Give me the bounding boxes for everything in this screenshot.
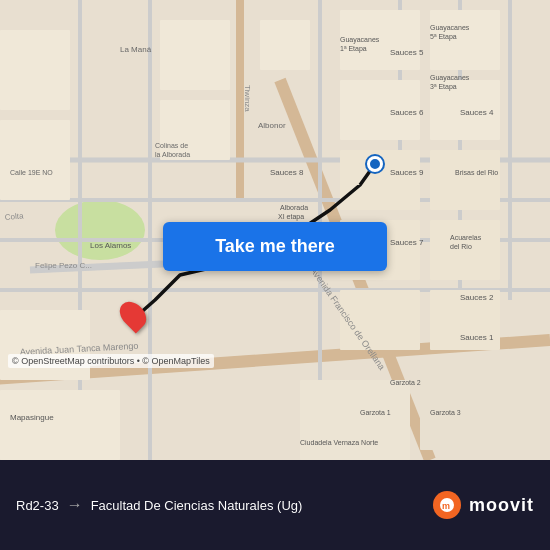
svg-text:Sauces 5: Sauces 5 bbox=[390, 48, 424, 57]
route-to: Facultad De Ciencias Naturales (Ug) bbox=[91, 498, 303, 513]
svg-text:m: m bbox=[442, 501, 450, 511]
svg-text:La Maná: La Maná bbox=[120, 45, 152, 54]
svg-text:Alborada: Alborada bbox=[280, 204, 308, 211]
svg-text:Albonor: Albonor bbox=[258, 121, 286, 130]
svg-rect-17 bbox=[430, 10, 500, 70]
svg-rect-34 bbox=[300, 380, 410, 460]
svg-text:la Alborada: la Alborada bbox=[155, 151, 190, 158]
svg-text:Garzota 2: Garzota 2 bbox=[390, 379, 421, 386]
osm-attribution: © OpenStreetMap contributors • © OpenMap… bbox=[8, 354, 214, 368]
svg-text:Guayacanes: Guayacanes bbox=[340, 36, 380, 44]
svg-rect-32 bbox=[260, 20, 310, 70]
svg-text:Los Alamos: Los Alamos bbox=[90, 241, 131, 250]
moovit-icon: m bbox=[433, 491, 461, 519]
svg-text:Garzota 1: Garzota 1 bbox=[360, 409, 391, 416]
svg-text:XI etapa: XI etapa bbox=[278, 213, 304, 221]
svg-text:Sauces 6: Sauces 6 bbox=[390, 108, 424, 117]
origin-marker bbox=[367, 156, 383, 172]
map-view: La Maná Calle 19E NO Colinas de la Albor… bbox=[0, 0, 550, 460]
svg-text:3ª Etapa: 3ª Etapa bbox=[430, 83, 457, 91]
svg-rect-27 bbox=[0, 120, 70, 200]
svg-text:Acuarelas: Acuarelas bbox=[450, 234, 482, 241]
svg-text:Sauces 1: Sauces 1 bbox=[460, 333, 494, 342]
svg-text:Calle 19E NO: Calle 19E NO bbox=[10, 169, 53, 176]
svg-text:Colinas de: Colinas de bbox=[155, 142, 188, 149]
route-info: Rd2-33 → Facultad De Ciencias Naturales … bbox=[16, 496, 433, 514]
svg-rect-23 bbox=[430, 220, 500, 280]
svg-rect-33 bbox=[420, 360, 540, 450]
svg-rect-30 bbox=[160, 20, 230, 90]
svg-text:1ª Etapa: 1ª Etapa bbox=[340, 45, 367, 53]
svg-rect-29 bbox=[0, 390, 120, 460]
svg-text:Garzota 3: Garzota 3 bbox=[430, 409, 461, 416]
svg-text:Sauces 4: Sauces 4 bbox=[460, 108, 494, 117]
svg-text:Ciudadela Vernaza Norte: Ciudadela Vernaza Norte bbox=[300, 439, 378, 446]
svg-text:Guayacanes: Guayacanes bbox=[430, 24, 470, 32]
svg-text:Guayacanes: Guayacanes bbox=[430, 74, 470, 82]
moovit-brand: m moovit bbox=[433, 491, 534, 519]
route-arrow-icon: → bbox=[67, 496, 83, 514]
svg-text:Tiwinza: Tiwinza bbox=[243, 85, 252, 112]
svg-text:Mapasingue: Mapasingue bbox=[10, 413, 54, 422]
route-from: Rd2-33 bbox=[16, 498, 59, 513]
svg-text:5ª Etapa: 5ª Etapa bbox=[430, 33, 457, 41]
bottom-bar: Rd2-33 → Facultad De Ciencias Naturales … bbox=[0, 460, 550, 550]
svg-text:Sauces 7: Sauces 7 bbox=[390, 238, 424, 247]
svg-text:Felipe Pezo C...: Felipe Pezo C... bbox=[35, 261, 92, 270]
svg-text:Colta: Colta bbox=[4, 211, 24, 222]
take-me-there-button[interactable]: Take me there bbox=[163, 222, 387, 271]
svg-text:del Rio: del Rio bbox=[450, 243, 472, 250]
svg-rect-21 bbox=[430, 150, 500, 210]
svg-text:Sauces 2: Sauces 2 bbox=[460, 293, 494, 302]
svg-rect-26 bbox=[0, 30, 70, 110]
svg-text:Sauces 9: Sauces 9 bbox=[390, 168, 424, 177]
destination-marker bbox=[122, 300, 144, 330]
svg-text:Brisas del Rio: Brisas del Rio bbox=[455, 169, 498, 176]
svg-text:Sauces 8: Sauces 8 bbox=[270, 168, 304, 177]
moovit-text: moovit bbox=[469, 495, 534, 516]
svg-point-1 bbox=[55, 200, 145, 260]
